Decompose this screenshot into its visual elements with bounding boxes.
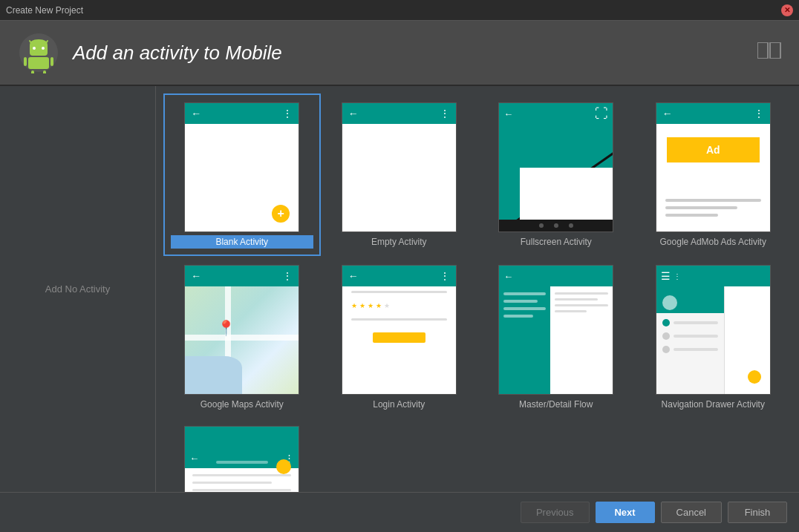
activity-item-login[interactable]: ← ⋮ ★ ★ ★ ★ ★	[321, 256, 478, 417]
dots-icon: ⋮	[282, 270, 293, 282]
svg-rect-10	[757, 42, 768, 59]
activities-grid: ← ⋮ + Blank Activity ← ⋮ Empty Act	[163, 93, 792, 492]
svg-rect-8	[31, 70, 34, 73]
blank-activity-thumbnail: ← ⋮ +	[184, 102, 299, 232]
panel-icon	[757, 42, 781, 63]
empty-activity-label: Empty Activity	[371, 237, 427, 247]
empty-activity-thumbnail: ← ⋮	[342, 102, 457, 232]
activity-item-scrolling[interactable]: ← ⋮ Scrolling Activity	[163, 417, 321, 492]
svg-rect-7	[50, 57, 53, 66]
previous-button[interactable]: Previous	[521, 502, 590, 523]
maps-activity-label: Google Maps Activity	[200, 399, 284, 410]
masterdetail-activity-thumbnail: ←	[498, 265, 613, 395]
next-button[interactable]: Next	[596, 502, 655, 523]
back-arrow-icon: ←	[348, 108, 359, 119]
footer: Previous Next Cancel Finish	[0, 492, 799, 532]
admob-activity-label: Google AdMob Ads Activity	[660, 237, 766, 247]
activity-item-fullscreen[interactable]: ← ⛶ Fullscreen Activ	[477, 93, 635, 256]
dots-icon: ⋮	[440, 108, 450, 119]
activity-item-masterdetail[interactable]: ←	[477, 256, 635, 417]
admob-activity-thumbnail: ← ⋮ Ad	[656, 102, 771, 232]
svg-rect-6	[24, 57, 27, 66]
title-bar-text: Create New Project	[6, 5, 83, 16]
svg-rect-5	[28, 57, 49, 69]
activities-area[interactable]: ← ⋮ + Blank Activity ← ⋮ Empty Act	[156, 86, 799, 492]
back-arrow-icon: ←	[348, 270, 359, 282]
android-logo-icon	[18, 32, 59, 73]
finish-button[interactable]: Finish	[728, 502, 787, 523]
fullscreen-activity-thumbnail: ← ⛶	[498, 102, 613, 232]
cancel-button[interactable]: Cancel	[661, 502, 722, 523]
activity-item-maps[interactable]: ← ⋮ 📍 Google Maps Activity	[163, 256, 321, 417]
add-no-activity-label: Add No Activity	[45, 283, 110, 295]
masterdetail-activity-label: Master/Detail Flow	[519, 399, 593, 410]
login-activity-thumbnail: ← ⋮ ★ ★ ★ ★ ★	[342, 265, 457, 395]
dots-icon: ⋮	[282, 108, 293, 119]
main-content: Add No Activity ← ⋮ + Blank Activity	[0, 86, 799, 492]
login-activity-label: Login Activity	[373, 399, 425, 410]
blank-activity-label: Blank Activity	[171, 235, 313, 249]
fullscreen-activity-label: Fullscreen Activity	[521, 237, 592, 247]
svg-rect-9	[43, 70, 46, 73]
activity-item-blank[interactable]: ← ⋮ + Blank Activity	[163, 93, 321, 256]
title-bar: Create New Project ✕	[0, 0, 799, 21]
maps-activity-thumbnail: ← ⋮ 📍	[184, 265, 299, 395]
back-arrow-icon: ←	[662, 108, 673, 119]
activity-item-empty[interactable]: ← ⋮ Empty Activity	[321, 93, 478, 256]
dots-icon: ⋮	[754, 108, 764, 119]
back-arrow-icon: ←	[191, 108, 201, 119]
header: Add an activity to Mobile	[0, 21, 799, 86]
navdrawer-activity-thumbnail: ☰ ⋮	[656, 265, 771, 395]
svg-point-4	[42, 47, 45, 50]
activity-item-navdrawer[interactable]: ☰ ⋮	[635, 256, 792, 417]
add-no-activity-panel[interactable]: Add No Activity	[0, 86, 156, 492]
svg-point-3	[33, 47, 36, 50]
dots-icon: ⋮	[440, 270, 450, 282]
navdrawer-activity-label: Navigation Drawer Activity	[662, 399, 765, 410]
activity-item-admob[interactable]: ← ⋮ Ad	[635, 93, 792, 256]
back-arrow-icon: ←	[191, 270, 201, 282]
scrolling-activity-thumbnail: ← ⋮	[184, 426, 299, 492]
close-button[interactable]: ✕	[781, 4, 793, 16]
svg-rect-11	[770, 42, 780, 59]
header-title: Add an activity to Mobile	[73, 42, 282, 65]
